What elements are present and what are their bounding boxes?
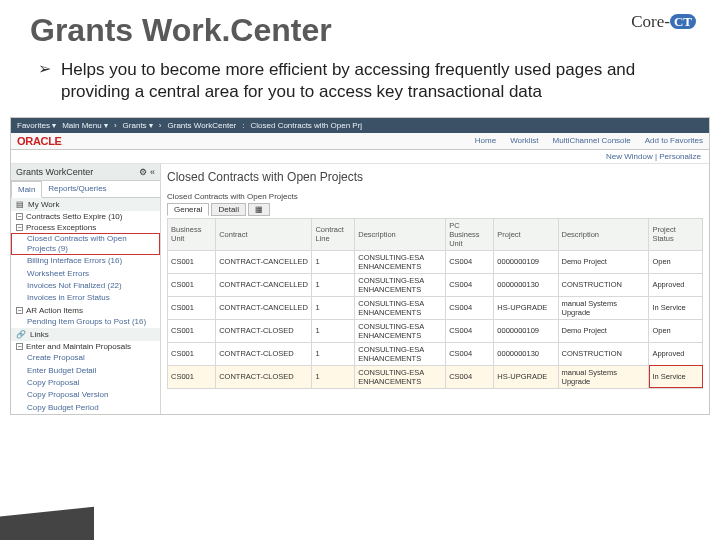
- col-header[interactable]: Contract Line: [312, 218, 355, 250]
- slide-title: Grants Work.Center: [0, 0, 720, 55]
- table-cell: manual Systems Upgrade: [558, 296, 649, 319]
- table-row[interactable]: CS001CONTRACT-CLOSED1CONSULTING-ESA ENHA…: [168, 319, 703, 342]
- sidebar-item-budget-detail[interactable]: Enter Budget Detail: [11, 365, 160, 377]
- nav-favorites[interactable]: Favorites ▾: [17, 121, 56, 130]
- table-cell: 1: [312, 273, 355, 296]
- col-header[interactable]: Contract: [216, 218, 312, 250]
- bullet-arrow-icon: ➢: [38, 59, 51, 103]
- sidebar-item-copy-budget[interactable]: Copy Budget Period: [11, 402, 160, 414]
- table-cell: CONSULTING-ESA ENHANCEMENTS: [355, 273, 446, 296]
- link-home[interactable]: Home: [475, 136, 496, 145]
- table-cell: CS001: [168, 319, 216, 342]
- table-cell: 0000000130: [494, 273, 558, 296]
- table-cell: 1: [312, 296, 355, 319]
- table-cell: 1: [312, 365, 355, 388]
- sec-process-exceptions[interactable]: −Process Exceptions: [11, 222, 160, 233]
- table-row[interactable]: CS001CONTRACT-CLOSED1CONSULTING-ESA ENHA…: [168, 365, 703, 388]
- table-cell: manual Systems Upgrade: [558, 365, 649, 388]
- table-cell: CS004: [446, 296, 494, 319]
- col-header[interactable]: Description: [558, 218, 649, 250]
- links-header[interactable]: 🔗 Links: [11, 328, 160, 341]
- sub-links[interactable]: New Window | Personalize: [11, 150, 709, 164]
- sidebar-item-worksheet-errors[interactable]: Worksheet Errors: [11, 268, 160, 280]
- table-cell: CS004: [446, 250, 494, 273]
- link-multichannel[interactable]: MultiChannel Console: [552, 136, 630, 145]
- col-header[interactable]: Project Status: [649, 218, 703, 250]
- sidebar-item-copy-version[interactable]: Copy Proposal Version: [11, 389, 160, 401]
- table-cell: Open: [649, 250, 703, 273]
- sec-ar-action[interactable]: −AR Action Items: [11, 305, 160, 316]
- tab-reports[interactable]: Reports/Queries: [42, 181, 112, 197]
- table-cell: HS-UPGRADE: [494, 296, 558, 319]
- table-cell: CONTRACT-CLOSED: [216, 319, 312, 342]
- table-cell: CS001: [168, 365, 216, 388]
- breadcrumb: Favorites ▾ Main Menu ▾ › Grants ▾ › Gra…: [11, 118, 709, 133]
- sidebar-item-closed-contracts[interactable]: Closed Contracts with Open Projects (9): [11, 233, 160, 256]
- table-cell: CS001: [168, 250, 216, 273]
- table-cell: CS004: [446, 319, 494, 342]
- nav-current-page: Closed Contracts with Open Prj: [251, 121, 363, 130]
- page-title: Closed Contracts with Open Projects: [167, 168, 703, 190]
- table-cell: 1: [312, 342, 355, 365]
- results-table: Business UnitContractContract LineDescri…: [167, 218, 703, 389]
- table-cell: 0000000109: [494, 250, 558, 273]
- nav-workcenter[interactable]: Grants WorkCenter: [168, 121, 237, 130]
- oracle-logo: ORACLE: [17, 135, 62, 147]
- slide-bullet: ➢ Helps you to become more efficient by …: [0, 55, 720, 111]
- col-header[interactable]: Business Unit: [168, 218, 216, 250]
- table-cell: CONTRACT-CANCELLED: [216, 273, 312, 296]
- mywork-header[interactable]: ▤ My Work: [11, 198, 160, 211]
- sidebar-item-create-proposal[interactable]: Create Proposal: [11, 352, 160, 364]
- gear-icon[interactable]: ⚙ «: [139, 167, 155, 177]
- table-cell: 1: [312, 319, 355, 342]
- sidebar-title: Grants WorkCenter: [16, 167, 93, 177]
- col-header[interactable]: Description: [355, 218, 446, 250]
- table-cell: CS004: [446, 342, 494, 365]
- table-cell: CONSULTING-ESA ENHANCEMENTS: [355, 342, 446, 365]
- table-cell: CONTRACT-CLOSED: [216, 365, 312, 388]
- link-worklist[interactable]: Worklist: [510, 136, 538, 145]
- main-panel: Closed Contracts with Open Projects Clos…: [161, 164, 709, 415]
- tab-general[interactable]: General: [167, 203, 209, 216]
- col-header[interactable]: Project: [494, 218, 558, 250]
- nav-mainmenu[interactable]: Main Menu ▾: [62, 121, 108, 130]
- nav-grants[interactable]: Grants ▾: [123, 121, 153, 130]
- tab-main[interactable]: Main: [11, 181, 42, 198]
- table-cell: CS001: [168, 273, 216, 296]
- table-cell: CS001: [168, 296, 216, 319]
- table-cell: CONSTRUCTION: [558, 342, 649, 365]
- sidebar-item-copy-proposal[interactable]: Copy Proposal: [11, 377, 160, 389]
- table-cell: 1: [312, 250, 355, 273]
- table-row[interactable]: CS001CONTRACT-CANCELLED1CONSULTING-ESA E…: [168, 296, 703, 319]
- table-cell: In Service: [649, 296, 703, 319]
- sidebar-item-invoices-error[interactable]: Invoices in Error Status: [11, 292, 160, 304]
- table-row[interactable]: CS001CONTRACT-CLOSED1CONSULTING-ESA ENHA…: [168, 342, 703, 365]
- table-cell: CONSULTING-ESA ENHANCEMENTS: [355, 365, 446, 388]
- table-cell: CONSULTING-ESA ENHANCEMENTS: [355, 250, 446, 273]
- table-cell: CS004: [446, 365, 494, 388]
- top-links: Home Worklist MultiChannel Console Add t…: [475, 136, 703, 145]
- sidebar-item-billing-errors[interactable]: Billing Interface Errors (16): [11, 255, 160, 267]
- link-add-favorites[interactable]: Add to Favorites: [645, 136, 703, 145]
- table-cell: CONTRACT-CANCELLED: [216, 296, 312, 319]
- table-cell: CS001: [168, 342, 216, 365]
- tab-detail[interactable]: Detail: [211, 203, 245, 216]
- table-row[interactable]: CS001CONTRACT-CANCELLED1CONSULTING-ESA E…: [168, 250, 703, 273]
- sidebar-item-invoices-not-finalized[interactable]: Invoices Not Finalized (22): [11, 280, 160, 292]
- sec-enter-maintain[interactable]: −Enter and Maintain Proposals: [11, 341, 160, 352]
- table-cell: HS-UPGRADE: [494, 365, 558, 388]
- slide-decoration-wedge: [0, 507, 94, 540]
- table-cell: CONSULTING-ESA ENHANCEMENTS: [355, 319, 446, 342]
- table-cell: 0000000130: [494, 342, 558, 365]
- table-cell: CONSTRUCTION: [558, 273, 649, 296]
- core-ct-logo: Core-CT: [631, 12, 696, 32]
- table-cell: CONTRACT-CLOSED: [216, 342, 312, 365]
- table-cell: Demo Project: [558, 319, 649, 342]
- sec-contracts-expire[interactable]: −Contracts Setto Expire (10): [11, 211, 160, 222]
- table-cell: Approved: [649, 342, 703, 365]
- table-cell: 0000000109: [494, 319, 558, 342]
- col-header[interactable]: PC Business Unit: [446, 218, 494, 250]
- sidebar-item-pending-groups[interactable]: Pending Item Groups to Post (16): [11, 316, 160, 328]
- table-row[interactable]: CS001CONTRACT-CANCELLED1CONSULTING-ESA E…: [168, 273, 703, 296]
- tab-grid-icon[interactable]: ▦: [248, 203, 270, 216]
